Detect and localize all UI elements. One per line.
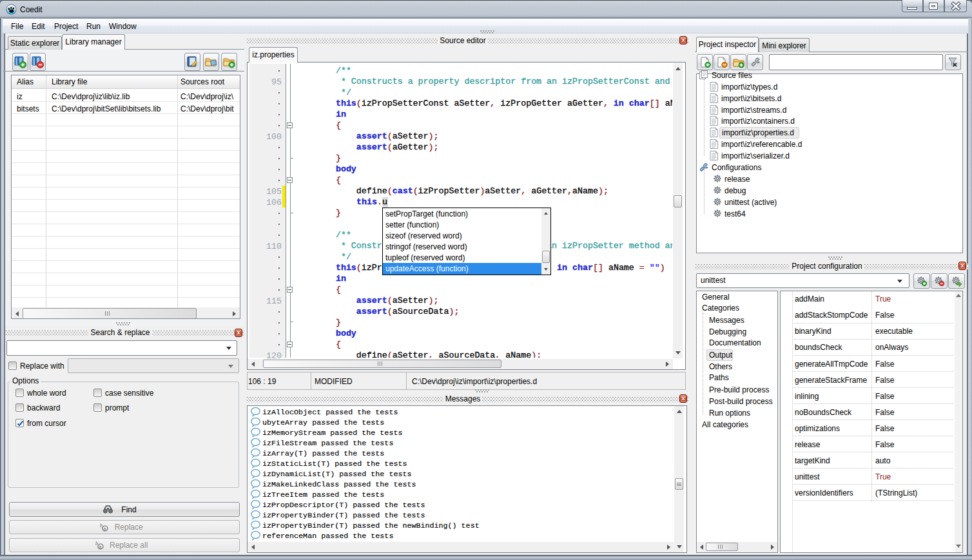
svg-text:a: a xyxy=(104,526,106,531)
svg-text:b: b xyxy=(95,541,98,546)
svg-text:b: b xyxy=(100,523,102,528)
svg-text:a: a xyxy=(99,545,102,549)
